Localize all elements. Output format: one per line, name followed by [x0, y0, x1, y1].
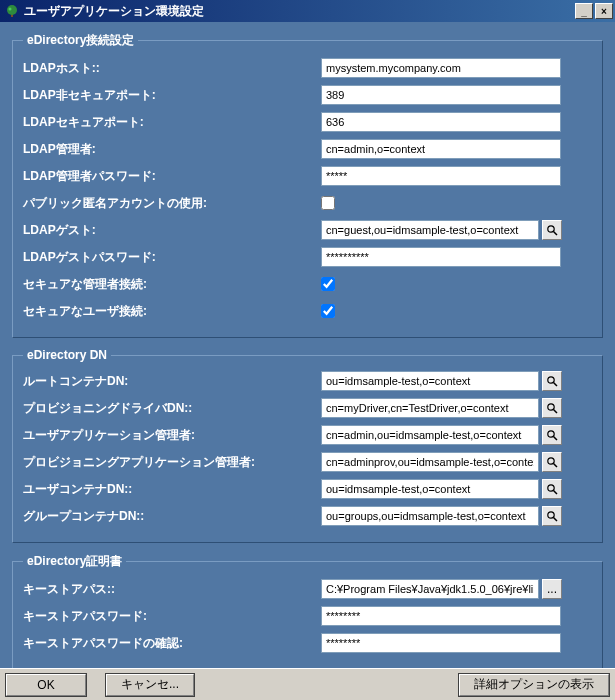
keystore-path-browse-button[interactable]: ...: [542, 579, 562, 599]
advanced-options-button[interactable]: 詳細オプションの表示: [459, 674, 609, 696]
section-legend: eDirectory DN: [23, 348, 111, 362]
ldap-host-input[interactable]: [321, 58, 561, 78]
svg-line-16: [554, 518, 558, 522]
cancel-button[interactable]: キャンセ...: [106, 674, 194, 696]
keystore-path-label: キーストアパス::: [23, 581, 321, 598]
keystore-pw-label: キーストアパスワード:: [23, 608, 321, 625]
prov-app-admin-browse-button[interactable]: [542, 452, 562, 472]
secure-admin-conn-label: セキュアな管理者接続:: [23, 276, 321, 293]
search-icon: [546, 510, 558, 522]
secure-user-conn-label: セキュアなユーザ接続:: [23, 303, 321, 320]
search-icon: [546, 429, 558, 441]
edirectory-connection-section: eDirectory接続設定 LDAPホスト:: LDAP非セキュアポート: L…: [12, 32, 603, 338]
ldap-admin-label: LDAP管理者:: [23, 141, 321, 158]
ldap-admin-pw-input[interactable]: [321, 166, 561, 186]
svg-point-13: [548, 485, 554, 491]
prov-app-admin-input[interactable]: [321, 452, 539, 472]
search-icon: [546, 224, 558, 236]
ok-button[interactable]: OK: [6, 674, 86, 696]
svg-point-11: [548, 458, 554, 464]
group-container-browse-button[interactable]: [542, 506, 562, 526]
svg-point-5: [548, 377, 554, 383]
ldap-admin-input[interactable]: [321, 139, 561, 159]
ldap-host-label: LDAPホスト::: [23, 60, 321, 77]
window-title: ユーザアプリケーション環境設定: [24, 3, 575, 20]
secure-user-conn-checkbox[interactable]: [321, 304, 335, 318]
uapp-admin-browse-button[interactable]: [542, 425, 562, 445]
keystore-pw-confirm-input[interactable]: [321, 633, 561, 653]
public-anon-checkbox[interactable]: [321, 196, 335, 210]
root-container-browse-button[interactable]: [542, 371, 562, 391]
svg-point-15: [548, 512, 554, 518]
user-container-browse-button[interactable]: [542, 479, 562, 499]
root-container-input[interactable]: [321, 371, 539, 391]
section-legend: eDirectory接続設定: [23, 32, 138, 49]
minimize-button[interactable]: _: [575, 3, 593, 19]
prov-driver-input[interactable]: [321, 398, 539, 418]
group-container-input[interactable]: [321, 506, 539, 526]
ldap-guest-pw-input[interactable]: [321, 247, 561, 267]
uapp-admin-label: ユーザアプリケーション管理者:: [23, 427, 321, 444]
content-area: eDirectory接続設定 LDAPホスト:: LDAP非セキュアポート: L…: [0, 22, 615, 668]
group-container-label: グループコンテナDN::: [23, 508, 321, 525]
svg-line-6: [554, 383, 558, 387]
search-icon: [546, 456, 558, 468]
button-bar: OK キャンセ... 詳細オプションの表示: [0, 668, 615, 700]
app-icon: [4, 3, 20, 19]
ldap-guest-pw-label: LDAPゲストパスワード:: [23, 249, 321, 266]
secure-admin-conn-checkbox[interactable]: [321, 277, 335, 291]
user-container-label: ユーザコンテナDN::: [23, 481, 321, 498]
user-container-input[interactable]: [321, 479, 539, 499]
window-buttons: _ ×: [575, 3, 613, 19]
ldap-guest-browse-button[interactable]: [542, 220, 562, 240]
svg-point-3: [548, 226, 554, 232]
edirectory-dn-section: eDirectory DN ルートコンテナDN: プロビジョニングドライバDN:…: [12, 348, 603, 543]
svg-line-10: [554, 437, 558, 441]
prov-app-admin-label: プロビジョニングアプリケーション管理者:: [23, 454, 321, 471]
prov-driver-label: プロビジョニングドライバDN::: [23, 400, 321, 417]
edirectory-cert-section: eDirectory証明書 キーストアパス:: ... キーストアパスワード: …: [12, 553, 603, 668]
ldap-admin-pw-label: LDAP管理者パスワード:: [23, 168, 321, 185]
svg-line-14: [554, 491, 558, 495]
ldap-secure-port-input[interactable]: [321, 112, 561, 132]
root-container-label: ルートコンテナDN:: [23, 373, 321, 390]
close-button[interactable]: ×: [595, 3, 613, 19]
section-legend: eDirectory証明書: [23, 553, 126, 570]
titlebar: ユーザアプリケーション環境設定 _ ×: [0, 0, 615, 22]
search-icon: [546, 483, 558, 495]
search-icon: [546, 402, 558, 414]
svg-line-8: [554, 410, 558, 414]
prov-driver-browse-button[interactable]: [542, 398, 562, 418]
svg-point-9: [548, 431, 554, 437]
keystore-pw-confirm-label: キーストアパスワードの確認:: [23, 635, 321, 652]
svg-line-12: [554, 464, 558, 468]
keystore-pw-input[interactable]: [321, 606, 561, 626]
svg-line-4: [554, 232, 558, 236]
ldap-guest-input[interactable]: [321, 220, 539, 240]
uapp-admin-input[interactable]: [321, 425, 539, 445]
svg-point-2: [9, 8, 12, 11]
ellipsis-icon: ...: [547, 582, 557, 596]
search-icon: [546, 375, 558, 387]
ldap-secure-port-label: LDAPセキュアポート:: [23, 114, 321, 131]
svg-point-7: [548, 404, 554, 410]
keystore-path-input[interactable]: [321, 579, 539, 599]
ldap-nonsecure-port-label: LDAP非セキュアポート:: [23, 87, 321, 104]
ldap-guest-label: LDAPゲスト:: [23, 222, 321, 239]
public-anon-label: パブリック匿名アカウントの使用:: [23, 195, 321, 212]
svg-point-1: [7, 5, 17, 15]
ldap-nonsecure-port-input[interactable]: [321, 85, 561, 105]
